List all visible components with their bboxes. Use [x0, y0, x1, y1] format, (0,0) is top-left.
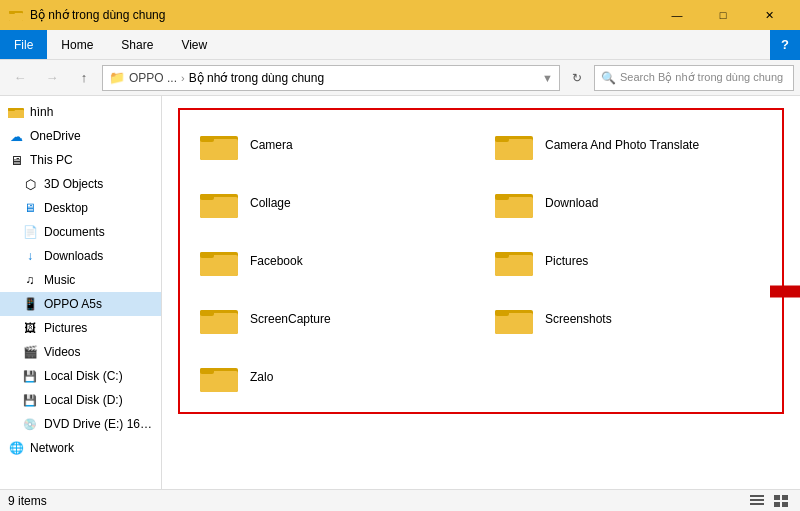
sidebar-label-downloads: Downloads: [44, 249, 103, 263]
folder-item-camera-photo[interactable]: Camera And Photo Translate: [485, 120, 772, 170]
sidebar-item-hinh[interactable]: hình: [0, 100, 161, 124]
folder-name-screenshots: Screenshots: [545, 312, 612, 326]
folder-name-camera-photo: Camera And Photo Translate: [545, 138, 699, 152]
folder-icon-camera-photo: [495, 128, 535, 162]
view-details-button[interactable]: [746, 492, 768, 510]
forward-button[interactable]: →: [38, 64, 66, 92]
red-arrow-icon: [770, 273, 800, 309]
folder-name-collage: Collage: [250, 196, 291, 210]
sidebar-item-localdiskd[interactable]: 💾 Local Disk (D:): [0, 388, 161, 412]
svg-rect-37: [774, 495, 780, 500]
sidebar-item-localdiskc[interactable]: 💾 Local Disk (C:): [0, 364, 161, 388]
title-bar-buttons: — □ ✕: [654, 0, 792, 30]
svg-rect-36: [750, 503, 764, 505]
sidebar-item-documents[interactable]: 📄 Documents: [0, 220, 161, 244]
folder-item-screencapture[interactable]: ScreenCapture: [190, 294, 477, 344]
svg-rect-35: [750, 499, 764, 501]
svg-rect-34: [750, 495, 764, 497]
network-icon: 🌐: [8, 440, 24, 456]
svg-rect-8: [200, 136, 214, 142]
svg-marker-33: [770, 273, 800, 309]
sidebar-label-oppoa5s: OPPO A5s: [44, 297, 102, 311]
search-icon: 🔍: [601, 71, 616, 85]
sidebar-item-3dobjects[interactable]: ⬡ 3D Objects: [0, 172, 161, 196]
svg-rect-20: [200, 252, 214, 258]
sidebar-item-onedrive[interactable]: ☁ OneDrive: [0, 124, 161, 148]
sidebar-label-music: Music: [44, 273, 75, 287]
music-icon: ♫: [22, 272, 38, 288]
downloads-icon: ↓: [22, 248, 38, 264]
svg-rect-5: [8, 108, 15, 111]
sidebar-item-network[interactable]: 🌐 Network: [0, 436, 161, 460]
sidebar-label-desktop: Desktop: [44, 201, 88, 215]
sidebar-label-localdiskc: Local Disk (C:): [44, 369, 123, 383]
menu-share[interactable]: Share: [107, 30, 167, 59]
sidebar-item-pictures[interactable]: 🖼 Pictures: [0, 316, 161, 340]
folder-item-collage[interactable]: Collage: [190, 178, 477, 228]
folder-name-pictures: Pictures: [545, 254, 588, 268]
search-box[interactable]: 🔍 Search Bộ nhớ trong dùng chung: [594, 65, 794, 91]
svg-rect-32: [200, 368, 214, 374]
sidebar-item-oppoa5s[interactable]: 📱 OPPO A5s: [0, 292, 161, 316]
phone-icon: 📱: [22, 296, 38, 312]
folder-item-zalo[interactable]: Zalo: [190, 352, 477, 402]
svg-rect-17: [495, 194, 509, 200]
folder-icon-screencapture: [200, 302, 240, 336]
back-button[interactable]: ←: [6, 64, 34, 92]
refresh-button[interactable]: ↻: [564, 65, 590, 91]
sidebar-item-desktop[interactable]: 🖥 Desktop: [0, 196, 161, 220]
menu-view[interactable]: View: [167, 30, 221, 59]
folder-icon-small: 📁: [109, 70, 125, 85]
sidebar-label-pictures: Pictures: [44, 321, 87, 335]
disk-c-icon: 💾: [22, 368, 38, 384]
view-tiles-button[interactable]: [770, 492, 792, 510]
svg-rect-2: [9, 11, 15, 14]
svg-rect-1: [9, 13, 23, 21]
menu-file[interactable]: File: [0, 30, 47, 59]
folder-name-camera: Camera: [250, 138, 293, 152]
status-bar: 9 items: [0, 489, 800, 511]
folder-item-camera[interactable]: Camera: [190, 120, 477, 170]
svg-rect-38: [782, 495, 788, 500]
svg-rect-40: [782, 502, 788, 507]
up-button[interactable]: ↑: [70, 64, 98, 92]
sidebar-label-dvd: DVD Drive (E:) 16.0...: [44, 417, 153, 431]
sidebar-item-music[interactable]: ♫ Music: [0, 268, 161, 292]
minimize-button[interactable]: —: [654, 0, 700, 30]
breadcrumb-current: Bộ nhớ trong dùng chung: [189, 71, 324, 85]
svg-rect-39: [774, 502, 780, 507]
folder-name-download: Download: [545, 196, 598, 210]
sidebar-item-dvd[interactable]: 💿 DVD Drive (E:) 16.0...: [0, 412, 161, 436]
folder-name-facebook: Facebook: [250, 254, 303, 268]
sidebar-label-localdiskd: Local Disk (D:): [44, 393, 123, 407]
menu-home[interactable]: Home: [47, 30, 107, 59]
folder-icon-pictures: [495, 244, 535, 278]
folder-item-screenshots[interactable]: Screenshots: [485, 294, 772, 344]
folder-item-pictures[interactable]: Pictures: [485, 236, 772, 286]
dropdown-arrow[interactable]: ▼: [542, 72, 553, 84]
breadcrumb-oppo: OPPO ...: [129, 71, 177, 85]
sidebar-label-documents: Documents: [44, 225, 105, 239]
sidebar-item-videos[interactable]: 🎬 Videos: [0, 340, 161, 364]
help-button[interactable]: ?: [770, 30, 800, 60]
svg-rect-11: [495, 136, 509, 142]
sidebar-label-network: Network: [30, 441, 74, 455]
maximize-button[interactable]: □: [700, 0, 746, 30]
documents-icon: 📄: [22, 224, 38, 240]
folder-item-download[interactable]: Download: [485, 178, 772, 228]
folder-icon-screenshots: [495, 302, 535, 336]
address-bar[interactable]: 📁 OPPO ... › Bộ nhớ trong dùng chung ▼: [102, 65, 560, 91]
videos-icon: 🎬: [22, 344, 38, 360]
close-button[interactable]: ✕: [746, 0, 792, 30]
folder-name-zalo: Zalo: [250, 370, 273, 384]
sidebar-item-thispc[interactable]: 🖥 This PC: [0, 148, 161, 172]
computer-icon: 🖥: [8, 152, 24, 168]
sidebar-item-downloads[interactable]: ↓ Downloads: [0, 244, 161, 268]
svg-rect-22: [495, 255, 533, 276]
pictures-icon: 🖼: [22, 320, 38, 336]
status-count: 9 items: [8, 494, 47, 508]
sidebar-label-thispc: This PC: [30, 153, 73, 167]
dvd-icon: 💿: [22, 416, 38, 432]
folder-item-facebook[interactable]: Facebook: [190, 236, 477, 286]
svg-rect-23: [495, 252, 509, 258]
